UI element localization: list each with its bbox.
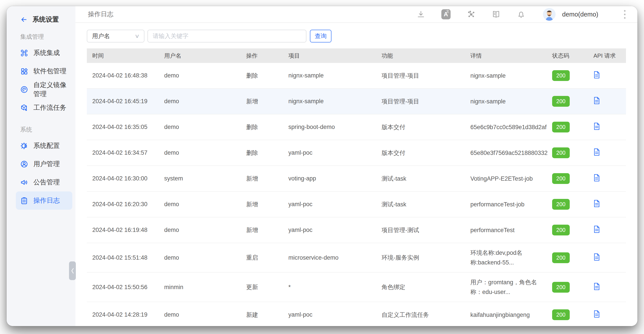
cell-project: spring-boot-demo (283, 124, 376, 131)
cell-action: 新增 (241, 226, 283, 234)
keyword-input[interactable] (148, 30, 306, 43)
cell-status: 200 (547, 173, 588, 184)
table-header: 时间 用户名 操作 项目 功能 详情 状态码 API 请求 (87, 48, 626, 63)
cell-api (588, 282, 626, 292)
cell-feature: 角色绑定 (376, 283, 465, 291)
cell-user: demo (159, 124, 241, 131)
topology-icon[interactable] (466, 10, 476, 19)
api-request-doc-icon[interactable] (594, 97, 600, 105)
cell-time: 2024-04-02 16:45:19 (87, 98, 159, 105)
cell-action: 删除 (241, 123, 283, 131)
sidebar-collapse-handle[interactable] (69, 261, 76, 280)
cell-time: 2024-04-02 15:50:56 (87, 284, 159, 291)
sidebar-item-user-management[interactable]: 用户管理 (16, 155, 72, 173)
cell-detail: 用户：gromtang，角色名称：edu-user... (465, 277, 547, 297)
cell-project: microservice-demo (283, 254, 376, 261)
cell-project: * (283, 284, 376, 291)
sidebar-nav-system: 系统配置 用户管理 公告管理 操作日志 (6, 137, 76, 210)
translate-icon[interactable]: A文 (441, 10, 450, 19)
notification-bell-icon[interactable] (516, 10, 526, 19)
status-badge: 200 (552, 282, 570, 293)
user-name[interactable]: demo(demo) (562, 11, 598, 18)
search-button[interactable]: 查询 (310, 30, 332, 43)
col-header-feature: 功能 (376, 52, 465, 60)
filter-field-select[interactable]: 用户名 ∨ (87, 30, 144, 43)
cell-api (588, 122, 626, 132)
cell-action: 更新 (241, 283, 283, 291)
status-badge: 200 (552, 252, 570, 263)
cell-project: yaml-poc (283, 149, 376, 156)
col-header-detail: 详情 (465, 51, 547, 61)
cell-status: 200 (547, 225, 588, 235)
command-icon (20, 49, 28, 57)
cell-time: 2024-04-02 16:30:00 (87, 175, 159, 182)
sidebar-title: 系统设置 (32, 15, 59, 24)
cell-project: yaml-poc (283, 311, 376, 318)
cell-api (588, 71, 626, 80)
table-row: 2024-04-02 16:19:48 demo 新增 yaml-poc 项目管… (87, 217, 626, 243)
cell-api (588, 174, 626, 183)
cell-project: nignx-sample (283, 98, 376, 105)
group-label-integration: 集成管理 (6, 33, 76, 41)
api-request-doc-icon[interactable] (594, 122, 600, 130)
cell-status: 200 (547, 147, 588, 158)
cell-action: 新建 (241, 311, 283, 319)
main-content: 操作日志 A文 de (76, 6, 638, 326)
sidebar-item-custom-image-management[interactable]: 自定义镜像管理 (16, 80, 72, 99)
col-header-status: 状态码 (547, 52, 588, 60)
cell-time: 2024-04-02 15:51:48 (87, 254, 159, 261)
cell-time: 2024-04-02 16:35:05 (87, 124, 159, 131)
sidebar-item-announcement-management[interactable]: 公告管理 (16, 173, 72, 191)
topbar-actions: A文 demo(demo) (400, 8, 627, 21)
cell-user: demo (159, 227, 241, 233)
cell-user: demo (159, 72, 241, 79)
cell-user: demo (159, 98, 241, 105)
api-request-doc-icon[interactable] (594, 310, 600, 318)
app-window: 系统设置 集成管理 系统集成 软件包管理 自定义镜像管理 (6, 6, 638, 326)
cell-feature: 版本交付 (376, 123, 465, 131)
cell-action: 新增 (241, 175, 283, 183)
docs-book-icon[interactable] (492, 10, 501, 19)
status-badge: 200 (552, 173, 570, 184)
api-request-doc-icon[interactable] (594, 282, 600, 290)
api-request-doc-icon[interactable] (594, 253, 600, 261)
col-header-user: 用户名 (159, 52, 241, 60)
packages-icon (20, 67, 28, 75)
api-request-doc-icon[interactable] (594, 200, 600, 207)
cell-feature: 环境-服务实例 (376, 254, 465, 262)
cell-time: 2024-04-02 16:34:57 (87, 149, 159, 156)
cell-detail: nignx-sample (465, 97, 547, 106)
cell-feature: 项目管理-项目 (376, 98, 465, 105)
cell-status: 200 (547, 199, 588, 210)
sidebar-item-package-management[interactable]: 软件包管理 (16, 62, 72, 80)
cell-detail: performanceTest-job (465, 200, 547, 209)
cell-detail: performanceTest (465, 225, 547, 235)
col-header-project: 项目 (283, 52, 376, 60)
kebab-menu-icon[interactable] (622, 10, 627, 19)
api-request-doc-icon[interactable] (594, 148, 600, 156)
avatar[interactable] (543, 8, 556, 21)
api-request-doc-icon[interactable] (594, 225, 600, 233)
api-request-doc-icon[interactable] (594, 174, 600, 182)
cell-time: 2024-04-02 16:48:38 (87, 72, 159, 79)
topbar: 操作日志 A文 de (76, 6, 638, 23)
back-arrow-icon[interactable] (20, 16, 28, 23)
cell-detail: kaifahuanjingbiangeng (465, 310, 547, 320)
filter-row: 用户名 ∨ 查询 (87, 30, 638, 43)
cell-project: nignx-sample (283, 72, 376, 79)
sidebar-item-system-config[interactable]: 系统配置 (16, 137, 72, 155)
table-row: 2024-04-02 15:50:56 minmin 更新 * 角色绑定 用户：… (87, 273, 626, 302)
cell-status: 200 (547, 309, 588, 320)
status-badge: 200 (552, 96, 570, 107)
cell-action: 删除 (241, 72, 283, 80)
download-icon[interactable] (416, 10, 426, 19)
sidebar-item-system-integration[interactable]: 系统集成 (16, 44, 72, 62)
sidebar-item-operation-log[interactable]: 操作日志 (16, 191, 72, 210)
cell-detail: VotingAPP-E2ETest-job (465, 174, 547, 183)
cell-feature: 测试-task (376, 175, 465, 183)
cell-feature: 版本交付 (376, 149, 465, 157)
user-icon (20, 160, 28, 168)
api-request-doc-icon[interactable] (594, 71, 600, 79)
sidebar-item-workflow-tasks[interactable]: 工作流任务 (16, 99, 72, 117)
cell-status: 200 (547, 282, 588, 293)
